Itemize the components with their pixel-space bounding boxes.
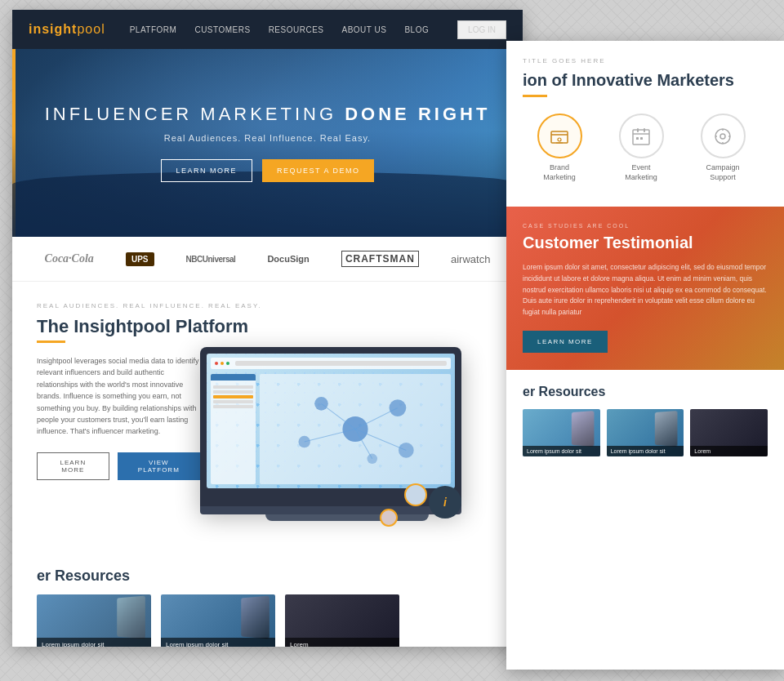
logo: insightpool <box>29 22 105 37</box>
front-resources-section: er Resources Lorem ipsum dolor sit Lorem… <box>506 370 784 465</box>
front-card-caption-3: Lorem <box>690 446 768 456</box>
front-browser-window: TITLE GOES HERE ion of Innovative Market… <box>506 41 784 670</box>
svg-rect-17 <box>640 137 643 140</box>
svg-rect-14 <box>637 128 639 132</box>
nav-resources[interactable]: RESOURCES <box>269 25 324 34</box>
front-resource-cards: Lorem ipsum dolor sit Lorem ipsum dolor … <box>523 409 768 456</box>
resource-img-1: Lorem ipsum dolor sit <box>37 594 151 647</box>
campaign-support-label: CampaignSupport <box>706 163 739 182</box>
nav-links: PLATFORM CUSTOMERS RESOURCES ABOUT US BL… <box>130 25 433 34</box>
laptop-stand <box>265 514 429 521</box>
front-card-3: Lorem <box>690 409 768 456</box>
laptop-screen <box>207 354 455 488</box>
ext-node-1 <box>404 483 427 506</box>
campaign-support-icon-circle <box>701 114 746 158</box>
platform-description: Insightpool leverages social media data … <box>37 355 200 438</box>
svg-line-9 <box>355 430 406 451</box>
front-card-caption-1: Lorem ipsum dolor sit <box>523 446 600 456</box>
hero-section: INFLUENCER MARKETING DONE RIGHT Real Aud… <box>12 49 523 237</box>
front-title: ion of Innovative Marketers <box>523 71 768 90</box>
back-resources-section: er Resources Lorem ipsum dolor sit Lorem… <box>12 555 523 647</box>
front-card-2: Lorem ipsum dolor sit <box>607 409 684 456</box>
view-platform-button[interactable]: VIEW PLATFORM <box>118 452 200 480</box>
back-browser-window: insightpool PLATFORM CUSTOMERS RESOURCES… <box>12 10 523 647</box>
resource-caption-2: Lorem ipsum dolor sit <box>161 638 275 647</box>
event-marketing-label: EventMarketing <box>625 163 657 182</box>
testimonial-title: Customer Testimonial <box>523 234 768 252</box>
platform-buttons: LEARN MORE VIEW PLATFORM <box>37 452 200 480</box>
front-top-section: TITLE GOES HERE ion of Innovative Market… <box>506 41 784 207</box>
center-node: i <box>429 486 461 519</box>
back-resource-cards: Lorem ipsum dolor sit Lorem ipsum dolor … <box>37 594 498 647</box>
campaign-support-svg <box>711 125 734 148</box>
front-resources-title: er Resources <box>523 385 768 399</box>
svg-point-18 <box>715 129 730 144</box>
svg-point-12 <box>558 138 561 141</box>
resource-img-2: Lorem ipsum dolor sit <box>161 594 275 647</box>
nav-about[interactable]: ABOUT US <box>341 25 386 34</box>
testimonial-eyebrow: CASE STUDIES ARE COOL <box>523 223 768 229</box>
resource-caption-3: Lorem <box>285 638 399 647</box>
login-button[interactable]: LOG IN <box>457 20 506 39</box>
icons-row: BrandMarketing EventMarketing <box>523 114 768 182</box>
hero-buttons: LEARN MORE REQUEST A DEMO <box>45 159 491 182</box>
front-card-caption-2: Lorem ipsum dolor sit <box>607 446 684 456</box>
hero-subtitle: Real Audiences. Real Influence. Real Eas… <box>45 133 491 143</box>
request-demo-button[interactable]: REQUEST A DEMO <box>262 159 374 182</box>
front-eyebrow: TITLE GOES HERE <box>523 57 768 65</box>
icon-campaign-support[interactable]: CampaignSupport <box>686 114 760 182</box>
platform-content: Insightpool leverages social media data … <box>37 355 498 535</box>
icon-brand-marketing[interactable]: BrandMarketing <box>523 114 596 182</box>
resource-caption-1: Lorem ipsum dolor sit <box>37 638 151 647</box>
brand-marketing-label: BrandMarketing <box>543 163 576 182</box>
front-orange-bar <box>523 95 547 97</box>
front-card-img-3: Lorem <box>690 409 768 456</box>
back-resources-title: er Resources <box>37 568 498 585</box>
front-content: TITLE GOES HERE ion of Innovative Market… <box>506 41 784 670</box>
event-marketing-svg <box>630 125 653 148</box>
coca-cola-logo: Coca·Cola <box>45 252 94 265</box>
resource-img-3: Lorem <box>285 594 399 647</box>
testimonial-section: CASE STUDIES ARE COOL Customer Testimoni… <box>506 207 784 370</box>
ups-logo: UPS <box>126 252 154 266</box>
airwatch-logo: airwatch <box>451 253 490 265</box>
front-card-1: Lorem ipsum dolor sit <box>523 409 600 456</box>
svg-point-1 <box>314 397 328 411</box>
brand-marketing-svg <box>548 125 571 148</box>
event-marketing-icon-circle <box>619 114 664 158</box>
laptop-visual: i <box>216 355 498 535</box>
ext-node-2 <box>380 509 398 527</box>
center-node-icon: i <box>443 496 447 509</box>
laptop-base <box>200 506 461 514</box>
hero-content: INFLUENCER MARKETING DONE RIGHT Real Aud… <box>45 104 491 182</box>
front-card-img-1: Lorem ipsum dolor sit <box>523 409 600 456</box>
svg-line-6 <box>321 403 355 429</box>
resource-card-3: Lorem <box>285 594 399 647</box>
testimonial-body: Lorem ipsum dolor sit amet, consectetur … <box>523 262 768 318</box>
hero-title: INFLUENCER MARKETING DONE RIGHT <box>45 104 491 125</box>
brand-marketing-icon-circle <box>537 114 582 158</box>
platform-title: The Insightpool Platform <box>37 316 498 337</box>
learn-more-platform-button[interactable]: LEARN MORE <box>37 452 109 480</box>
platform-section: REAL AUDIENCES. REAL INFLUENCE. REAL EAS… <box>12 282 523 555</box>
resource-card-1: Lorem ipsum dolor sit <box>37 594 151 647</box>
logos-bar: Coca·Cola UPS NBCUniversal DocuSign CRAF… <box>12 237 523 282</box>
front-card-img-2: Lorem ipsum dolor sit <box>607 409 684 456</box>
nav-blog[interactable]: BLOG <box>404 25 429 34</box>
nav-bar: insightpool PLATFORM CUSTOMERS RESOURCES… <box>12 10 523 49</box>
screen-content <box>207 354 455 488</box>
testimonial-learn-more-button[interactable]: LEARN MORE <box>523 331 608 353</box>
nav-customers[interactable]: CUSTOMERS <box>194 25 250 34</box>
platform-eyebrow: REAL AUDIENCES. REAL INFLUENCE. REAL EAS… <box>37 302 498 309</box>
docusign-logo: DocuSign <box>267 254 309 264</box>
nav-platform[interactable]: PLATFORM <box>130 25 177 34</box>
resource-card-2: Lorem ipsum dolor sit <box>161 594 275 647</box>
nbc-logo: NBCUniversal <box>186 255 236 264</box>
svg-rect-16 <box>636 137 639 140</box>
platform-text-block: Insightpool leverages social media data … <box>37 355 200 480</box>
icon-event-marketing[interactable]: EventMarketing <box>604 114 678 182</box>
craftsman-logo: CRAFTSMAN <box>341 251 419 267</box>
platform-underline <box>37 340 65 343</box>
svg-rect-15 <box>644 128 645 132</box>
learn-more-button[interactable]: LEARN MORE <box>161 159 253 182</box>
